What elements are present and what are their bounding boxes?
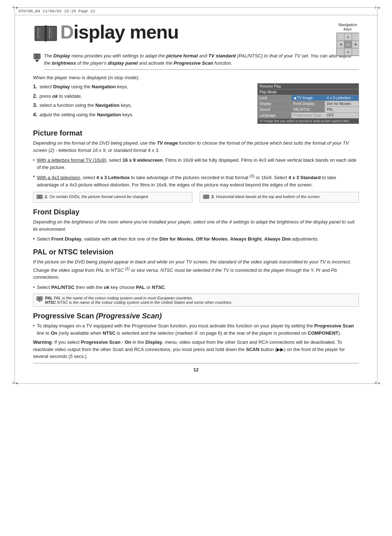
note-2-text: On certain DVDs, the picture format cann… (49, 194, 149, 200)
svg-rect-4 (37, 28, 38, 39)
nav-keys-label: Navigationkeys (336, 23, 359, 31)
pal-note-ntsc: NTSC NTSC is the name of the colour codi… (45, 300, 232, 305)
note-2: 2. On certain DVDs, the picture format c… (33, 192, 192, 203)
steps-container: 1. select Display using the Navigation k… (33, 83, 359, 124)
book-icon (33, 23, 58, 48)
crosshair-tl: + (11, 4, 19, 11)
step-4: 4. adjust the setting using the Navigati… (33, 111, 250, 118)
intro-note-icon (33, 53, 41, 63)
header-bar: DTH700_EN 13/08/02 15:26 Page 12 (15, 8, 377, 15)
note-2-num: 2. (45, 194, 48, 200)
picture-format-title: Picture format (33, 129, 359, 137)
crosshair-tr: + (373, 4, 381, 11)
note-3: 3. Horizontal black bands at the top and… (200, 192, 359, 203)
page-border: + + + + DTH700_EN 13/08/02 15:26 Page 12… (15, 7, 377, 384)
svg-rect-16 (203, 195, 206, 199)
svg-rect-17 (207, 195, 209, 199)
nav-right-btn: ▶ (352, 41, 359, 48)
intro-box: The Display menu provides you with setti… (33, 52, 359, 70)
pal-ntsc-bullet: • Select PAL/NTSC then with the ok key c… (33, 284, 359, 291)
menu-row-sound: Sound PAL/NTSC PAL (258, 107, 359, 113)
svg-rect-10 (34, 55, 35, 58)
pal-ntsc-intro: If the picture on the DVD being played a… (33, 258, 359, 281)
note-3-book-icon (203, 194, 209, 201)
front-display-intro: Depending on the brightness of the room … (33, 218, 359, 233)
title-section: Display menu (33, 23, 359, 48)
menu-row-language: Language Progressive Scan OFF (258, 113, 359, 118)
note-3-text: Horizontal black bands at the top and bo… (216, 194, 320, 200)
nav-bl-btn (337, 48, 344, 56)
picture-format-intro: Depending on the format of the DVD being… (33, 140, 359, 154)
steps-list: 1. select Display using the Navigation k… (33, 83, 250, 124)
step-1: 1. select Display using the Navigation k… (33, 83, 250, 90)
nav-br-btn (352, 48, 359, 56)
nav-pad: ▲ ◀ ok ▶ ▼ (336, 33, 359, 56)
progressive-scan-bullet1: • To display images on a TV equipped wit… (33, 322, 359, 336)
nav-tr-btn (352, 33, 359, 40)
footer-divider (33, 363, 359, 363)
title-rest: isplay menu (74, 21, 179, 43)
svg-rect-5 (49, 28, 50, 39)
svg-rect-13 (37, 195, 39, 199)
progressive-scan-title: Progressive Scan (Progressive Scan) (33, 312, 359, 320)
note-3-num: 3. (211, 194, 215, 200)
svg-rect-14 (40, 195, 42, 199)
svg-rect-20 (40, 297, 42, 301)
nav-ok-btn: ok (344, 41, 352, 48)
menu-row-display: Display Front Display Dim for Movies (258, 101, 359, 107)
menu-row-lock: Lock ◀ TV Image 4 x 3 Letterbox (258, 95, 359, 101)
intro-text: The Display menu provides you with setti… (44, 52, 359, 70)
note-2-book-icon (36, 194, 43, 201)
bullet-4x3: • With a 4x3 television, select 4 x 3 Le… (33, 173, 359, 188)
svg-marker-12 (35, 60, 39, 63)
svg-marker-22 (38, 301, 41, 302)
svg-rect-19 (37, 297, 39, 301)
page-title: Display menu (60, 23, 179, 41)
pal-note-pal: PAL PAL is the name of the colour coding… (45, 296, 232, 300)
step-3: 3. select a function using the Navigatio… (33, 102, 250, 109)
menu-row-play: Play Mode (258, 89, 359, 95)
when-text: When the player menu is displayed (in st… (33, 75, 359, 80)
nav-left-btn: ◀ (337, 41, 344, 48)
nav-up-btn (337, 33, 344, 40)
menu-caption: TV Image lets you select a normal or wid… (258, 118, 359, 124)
pal-note-book-icon (36, 296, 43, 302)
svg-rect-11 (38, 55, 39, 58)
pal-ntsc-title: PAL or NTSC television (33, 248, 359, 256)
front-display-title: Front Display (33, 208, 359, 216)
step-2: 2. press ok to validate, (33, 93, 250, 100)
nav-down-btn: ▼ (344, 48, 352, 56)
nav-top-btn: ▲ (344, 33, 352, 40)
title-d-letter: D (60, 21, 74, 43)
progressive-scan-warning: Warning: If you select Progressive Scan … (33, 339, 359, 360)
svg-rect-7 (34, 54, 37, 59)
header-text: DTH700_EN 13/08/02 15:26 Page 12 (19, 9, 95, 13)
main-content: Navigationkeys ▲ ◀ ok ▶ ▼ (15, 15, 377, 383)
menu-screenshot: Resume Play Play Mode Lock ◀ TV Image 4 … (257, 83, 359, 124)
pal-note-box: PAL PAL is the name of the colour coding… (33, 294, 359, 307)
svg-rect-6 (45, 25, 47, 41)
nav-keys-box: Navigationkeys ▲ ◀ ok ▶ ▼ (336, 23, 359, 56)
menu-row-resume: Resume Play (258, 84, 359, 89)
bullet-16x9: • With a letterbox format TV (16x9), sel… (33, 157, 359, 171)
front-display-bullet: • Select Front Display, validate with ok… (33, 235, 359, 243)
page-number: 12 (33, 367, 359, 372)
note-row: 2. On certain DVDs, the picture format c… (33, 192, 359, 203)
